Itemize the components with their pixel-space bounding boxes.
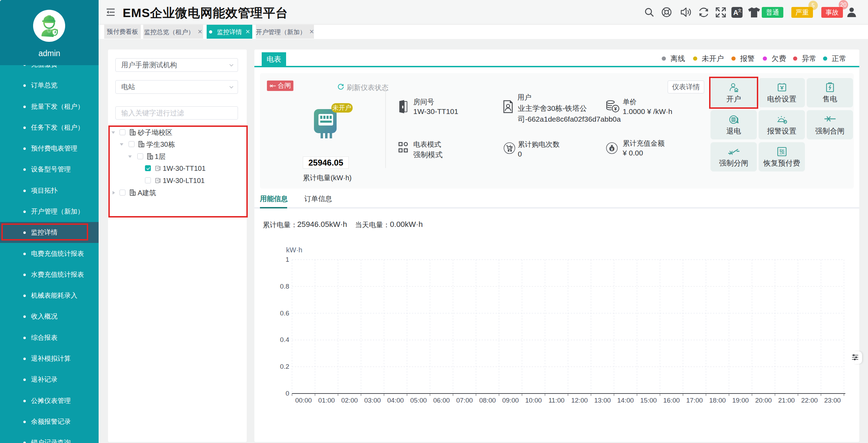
svg-text:0.8: 0.8 [280,283,289,290]
svg-text:21:00: 21:00 [778,397,795,404]
svg-text:kW·h: kW·h [286,246,302,254]
svg-text:11:00: 11:00 [548,397,564,404]
svg-text:0.2: 0.2 [280,363,289,370]
svg-text:05:00: 05:00 [410,397,427,404]
svg-text:¥: ¥ [614,106,617,112]
svg-text:10:00: 10:00 [525,397,542,404]
svg-text:02:00: 02:00 [341,397,358,404]
svg-text:07:00: 07:00 [456,397,473,404]
svg-text:预: 预 [779,149,785,155]
svg-text:03:00: 03:00 [364,397,381,404]
svg-text:06:00: 06:00 [433,397,450,404]
svg-text:15:00: 15:00 [640,397,657,404]
svg-text:0.6: 0.6 [280,310,289,317]
svg-text:0: 0 [285,390,289,397]
svg-text:未开户: 未开户 [332,104,351,111]
svg-text:1: 1 [285,256,289,263]
svg-text:14:00: 14:00 [617,397,634,404]
svg-text:12:00: 12:00 [571,397,588,404]
svg-text:08:00: 08:00 [479,397,496,404]
svg-text:18:00: 18:00 [709,397,726,404]
svg-text:16:00: 16:00 [663,397,680,404]
svg-text:01:00: 01:00 [318,397,335,404]
svg-text:23:00: 23:00 [824,397,841,404]
svg-text:04:00: 04:00 [387,397,404,404]
svg-text:09:00: 09:00 [502,397,519,404]
svg-text:22:00: 22:00 [801,397,818,404]
svg-text:00:00: 00:00 [295,397,312,404]
svg-text:0.4: 0.4 [280,336,290,343]
svg-text:¥: ¥ [611,147,613,151]
svg-text:20:00: 20:00 [755,397,772,404]
svg-text:13:00: 13:00 [594,397,611,404]
svg-text:17:00: 17:00 [686,397,703,404]
svg-text:19:00: 19:00 [732,397,749,404]
